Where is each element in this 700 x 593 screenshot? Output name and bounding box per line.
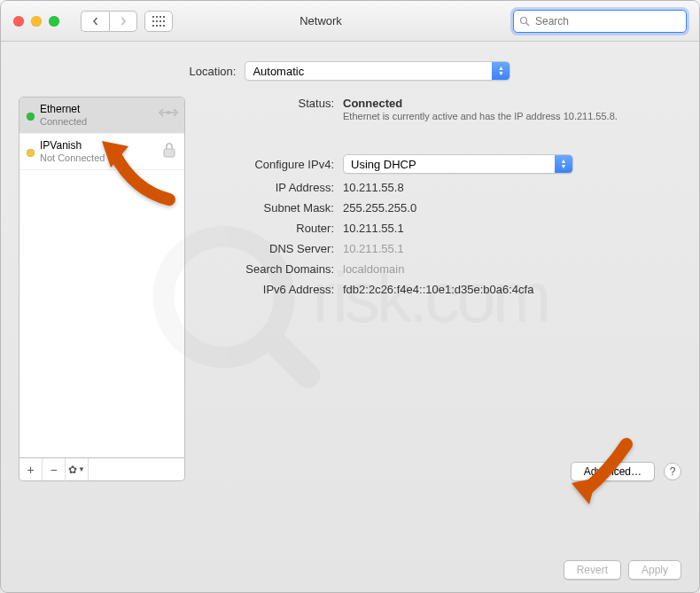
service-item-ethernet[interactable]: Ethernet Connected xyxy=(19,98,184,134)
details-pane: Status: Connected Ethernet is currently … xyxy=(194,97,681,481)
chevron-left-icon xyxy=(91,17,100,26)
updown-arrows-icon: ▲▼ xyxy=(492,62,509,80)
service-toolbar: + − ✿▼ xyxy=(19,458,185,481)
location-select[interactable]: Automatic ▲▼ xyxy=(245,61,510,81)
service-options-button[interactable]: ✿▼ xyxy=(66,458,89,481)
search-input[interactable] xyxy=(533,14,681,28)
traffic-lights xyxy=(13,16,59,27)
location-label: Location: xyxy=(190,65,237,78)
apply-button[interactable]: Apply xyxy=(628,560,681,580)
service-name: IPVanish xyxy=(40,139,105,152)
window-title: Network xyxy=(128,14,513,27)
add-service-button[interactable]: + xyxy=(19,458,43,481)
subnet-mask-value: 255.255.255.0 xyxy=(343,201,416,215)
back-button[interactable] xyxy=(81,11,109,32)
service-status: Not Connected xyxy=(40,152,105,164)
ipv6-address-label: IPv6 Address: xyxy=(194,283,343,296)
bottom-buttons: Revert Apply xyxy=(564,560,681,580)
zoom-window-button[interactable] xyxy=(49,16,59,27)
service-sidebar: Ethernet Connected IPVanish Not Connecte… xyxy=(19,97,185,481)
service-list: Ethernet Connected IPVanish Not Connecte… xyxy=(19,97,185,458)
configure-ipv4-select[interactable]: Using DHCP ▲▼ xyxy=(343,154,573,174)
ip-address-value: 10.211.55.8 xyxy=(343,181,404,194)
lock-icon xyxy=(159,141,179,161)
chevron-right-icon xyxy=(119,17,128,26)
status-dot-not-connected xyxy=(27,149,35,157)
status-value: Connected xyxy=(343,97,618,110)
status-dot-connected xyxy=(27,113,35,121)
search-icon xyxy=(519,16,530,27)
search-domains-value: localdomain xyxy=(343,262,404,276)
dns-server-label: DNS Server: xyxy=(194,242,343,255)
gear-icon: ✿ xyxy=(68,464,77,476)
ip-address-label: IP Address: xyxy=(194,181,343,194)
configure-ipv4-value: Using DHCP xyxy=(351,158,416,171)
router-label: Router: xyxy=(194,222,343,235)
titlebar: Network xyxy=(1,1,699,42)
svg-line-13 xyxy=(526,23,529,26)
configure-ipv4-label: Configure IPv4: xyxy=(194,158,343,171)
window-body: Location: Automatic ▲▼ Ethernet Connecte… xyxy=(1,42,699,495)
remove-service-button[interactable]: − xyxy=(43,458,66,481)
close-window-button[interactable] xyxy=(13,16,24,27)
revert-button[interactable]: Revert xyxy=(564,560,621,580)
svg-point-14 xyxy=(167,111,170,114)
service-status: Connected xyxy=(40,115,87,128)
status-label: Status: xyxy=(194,97,343,110)
ethernet-icon xyxy=(158,105,179,123)
help-button[interactable]: ? xyxy=(664,463,681,480)
location-row: Location: Automatic ▲▼ xyxy=(19,61,681,81)
search-field[interactable] xyxy=(513,10,687,33)
advanced-button[interactable]: Advanced… xyxy=(571,462,655,481)
service-item-ipvanish[interactable]: IPVanish Not Connected xyxy=(19,134,184,170)
location-select-value: Automatic xyxy=(253,65,304,78)
router-value: 10.211.55.1 xyxy=(343,222,404,235)
svg-point-12 xyxy=(521,17,527,23)
updown-arrows-icon: ▲▼ xyxy=(555,155,572,173)
service-name: Ethernet xyxy=(40,103,87,115)
minimize-window-button[interactable] xyxy=(31,16,42,27)
subnet-mask-label: Subnet Mask: xyxy=(194,201,343,215)
search-domains-label: Search Domains: xyxy=(194,262,343,276)
status-description: Ethernet is currently active and has the… xyxy=(343,110,618,122)
network-preferences-window: risk.com Network xyxy=(0,0,700,593)
svg-rect-15 xyxy=(164,149,175,157)
dns-server-value: 10.211.55.1 xyxy=(343,242,404,255)
ipv6-address-value: fdb2:2c26:f4e4::10e1:d35e:b0a6:4cfa xyxy=(343,283,533,296)
chevron-down-icon: ▼ xyxy=(78,465,85,473)
